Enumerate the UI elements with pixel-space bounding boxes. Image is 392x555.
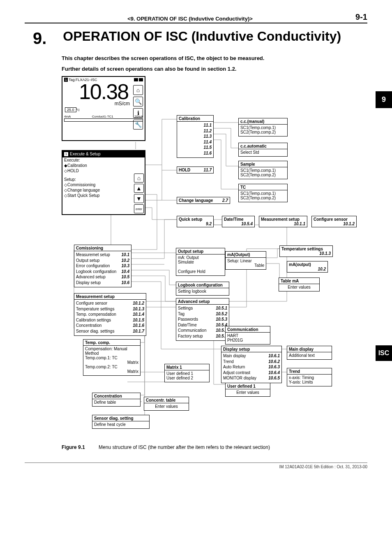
- display-setup-box: Display setup Main display10.6.1 Trend10…: [221, 346, 282, 383]
- side-tab-isc: ISC: [376, 345, 392, 361]
- foot-c: Conduct1-TC1: [92, 115, 113, 118]
- trend-box: Trend x-axis: Timing Y-axis: Limits: [287, 368, 332, 386]
- home-icon: ⌂: [133, 85, 143, 95]
- down-icon: ▼: [134, 194, 144, 203]
- quick-setup-box: Quick setup9.2: [177, 216, 214, 227]
- menu-item: ◇Commissioning: [62, 182, 145, 187]
- header-page-number: 9-1: [355, 12, 367, 22]
- status-icon: [134, 78, 138, 81]
- menu-item: ◇Change language: [62, 187, 145, 193]
- datetime-box: Date/Time10.5.4: [222, 216, 255, 227]
- change-lang-box: Change language2.7: [177, 197, 230, 204]
- table-ma-box: Table mA Enter values: [279, 278, 320, 291]
- ma-output-box: mA(Output) Setup: Linear Table: [225, 251, 266, 270]
- page-header: <9. OPERATION OF ISC (Induvtive Conducti…: [25, 12, 367, 23]
- matrix1-box: Matrix 1 User defined 1 User defined 2: [164, 364, 210, 382]
- measurement-setup-box: Measurement setup Configure sensor10.1.2…: [74, 293, 146, 336]
- home-icon: ⌂: [134, 173, 144, 183]
- figure-caption: Figure 9.1 Menu structure of ISC (the nu…: [62, 444, 367, 450]
- intro-2: Further details of screen operations can…: [62, 65, 367, 73]
- menu-item: ◇HOLD: [62, 168, 145, 173]
- commissioning-box: Comissioning Measuremet setup10.1 Output…: [74, 245, 131, 287]
- main-screen: 1Tag:FLXA21–ISC 10.38 mS/cm 25.0ºC 4mA C…: [62, 76, 145, 141]
- setup-label: Setup:: [62, 177, 145, 182]
- sensor-icon: 1: [64, 152, 68, 156]
- chapter-heading: 9. OPERATION OF ISC (Induvtive Conductiv…: [33, 29, 367, 48]
- cc-manual-box: c.c.(manual) SC1(Temp.comp.1) SC2(Temp.c…: [238, 118, 288, 136]
- header-section: <9. OPERATION OF ISC (Induvtive Conducti…: [127, 16, 253, 22]
- up-icon: ▲: [134, 184, 144, 193]
- intro-1: This chapter describes the screen operat…: [62, 54, 367, 62]
- concentration-box: Concentration Define table: [92, 393, 141, 407]
- menu-title: Execute & Setup: [70, 152, 101, 156]
- measurement-value: 10.38: [62, 81, 145, 102]
- advanced-box: Advanced setup Settings10.5.1 Tag10.5.2 …: [176, 298, 229, 341]
- zoom-icon: 🔍: [133, 97, 143, 106]
- menu-item: ◇Start Quick Setup: [62, 193, 145, 198]
- info-icon: ℹ: [133, 108, 143, 118]
- temp-comp-box: Temp. comp. Compensation: Manual Method …: [83, 339, 141, 376]
- logbook-box: Logbook configuration Setting logbook: [176, 282, 229, 296]
- enter-icon: enter: [134, 204, 144, 213]
- temp-settings-link-box: Temperature settings10.1.3: [279, 245, 333, 257]
- hold-box: HOLD11.7: [177, 166, 214, 173]
- chapter-title: OPERATION OF ISC (Induvtive Conductivity…: [63, 29, 341, 44]
- ma-output2-link-box: mA(output)10.2: [287, 261, 328, 273]
- execute-label: Execute:: [62, 157, 145, 163]
- cc-auto-box: c.c.automatic Select Std: [238, 143, 288, 157]
- figure-diagram: 1Tag:FLXA21–ISC 10.38 mS/cm 25.0ºC 4mA C…: [62, 76, 357, 442]
- communication-box: Communication HART PH201G: [225, 326, 270, 345]
- status-icon: [139, 78, 143, 81]
- main-display-box: Main display Additional text: [287, 346, 332, 360]
- tc-box: TC SC1(Temp.comp.1) SC2(Temp.comp.2): [238, 184, 288, 202]
- conf-sensor-link-box: Configure sensor10.1.2: [311, 216, 357, 227]
- wrench-icon: 🔧: [133, 120, 143, 130]
- page-footer: IM 12A01A02-01E 5th Edition : Oct. 31, 2…: [25, 462, 367, 469]
- concentr-table-box: Concentr. table Enter values: [144, 397, 189, 411]
- meas-setup-link-box: Measurement setup10.1.1: [259, 216, 307, 227]
- output-setup-box: Output setup mA: Output Simulate Configu…: [176, 248, 225, 276]
- calibration-box: Calibration 11.1 11.2 11.3 11.4 11.5 11.…: [177, 115, 214, 158]
- sensor-icon: 1: [64, 78, 68, 82]
- side-tab-chapter: 9: [376, 91, 392, 108]
- sensor-diag-box: Sensor diag. setting Define heat cycle: [92, 415, 150, 429]
- foot-l: 4mA: [64, 115, 71, 118]
- menu-screen: 1Execute & Setup Execute: ◆Calibration ◇…: [62, 150, 145, 215]
- menu-item: ◆Calibration: [62, 163, 145, 168]
- sample-box: Sample SC1(Temp.comp.1) SC2(Temp.comp.2): [238, 161, 288, 179]
- user-defined-1-box: User defined 1 Enter values: [225, 383, 270, 397]
- chapter-number: 9.: [33, 29, 46, 48]
